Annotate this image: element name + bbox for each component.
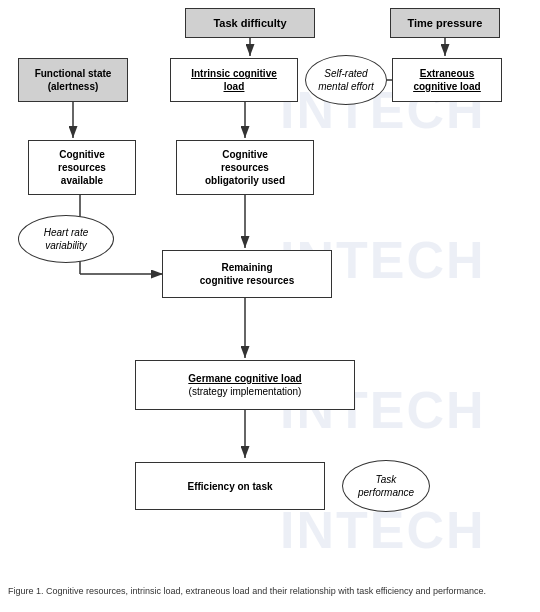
box-task-difficulty: Task difficulty <box>185 8 315 38</box>
box-extraneous-load: Extraneouscognitive load <box>392 58 502 102</box>
box-efficiency: Efficiency on task <box>135 462 325 510</box>
box-functional-state: Functional state(alertness) <box>18 58 128 102</box>
ellipse-task-performance: Taskperformance <box>342 460 430 512</box>
box-cog-resources-used: Cognitiveresourcesobligatorily used <box>176 140 314 195</box>
box-time-pressure: Time pressure <box>390 8 500 38</box>
box-remaining: Remainingcognitive resources <box>162 250 332 298</box>
caption: Figure 1. Cognitive resources, intrinsic… <box>0 585 540 598</box>
diagram: INTECH INTECH INTECH INTECH Task difficu <box>0 0 540 600</box>
ellipse-heart-rate: Heart ratevariability <box>18 215 114 263</box>
box-germane: Germane cognitive load(strategy implemen… <box>135 360 355 410</box>
ellipse-self-rated: Self-ratedmental effort <box>305 55 387 105</box>
box-intrinsic-load: Intrinsic cognitiveload <box>170 58 298 102</box>
box-cog-resources-avail: Cognitiveresourcesavailable <box>28 140 136 195</box>
